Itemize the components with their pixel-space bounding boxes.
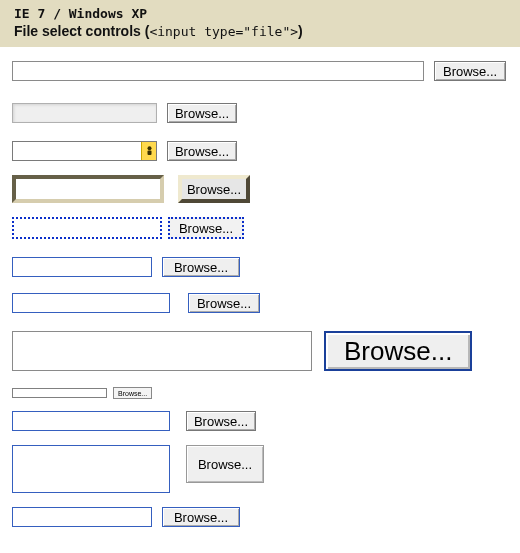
svg-point-0 xyxy=(147,146,151,150)
file-control-beveled: Browse... xyxy=(12,175,508,203)
file-control-tall: Browse... xyxy=(12,445,508,493)
browse-button: Browse... xyxy=(167,103,237,123)
file-path-input[interactable] xyxy=(12,141,157,161)
browse-button[interactable]: Browse... xyxy=(186,445,264,483)
header-panel: IE 7 / Windows XP File select controls (… xyxy=(0,0,520,47)
content-area: Browse... Browse... Browse... Browse... … xyxy=(0,47,520,547)
browse-button[interactable]: Browse... xyxy=(324,331,472,371)
file-control-normal: Browse... xyxy=(12,411,508,431)
file-control-tiny: Browse... xyxy=(12,387,508,399)
title-text-pre: File select controls ( xyxy=(14,23,149,39)
file-path-input[interactable] xyxy=(12,217,162,239)
file-control-dotted: Browse... xyxy=(12,217,508,239)
file-control-offset: Browse... xyxy=(12,293,508,313)
file-control-disabled: Browse... xyxy=(12,103,508,123)
browse-button[interactable]: Browse... xyxy=(162,257,240,277)
browse-button[interactable]: Browse... xyxy=(188,293,260,313)
file-path-input[interactable] xyxy=(12,175,164,203)
file-path-input[interactable] xyxy=(12,388,107,398)
title-text-post: ) xyxy=(298,23,303,39)
title-code: <input type="file"> xyxy=(149,24,298,39)
browse-button[interactable]: Browse... xyxy=(168,217,244,239)
browse-button[interactable]: Browse... xyxy=(178,175,250,203)
file-control-normal-2: Browse... xyxy=(12,507,508,527)
browse-button[interactable]: Browse... xyxy=(186,411,256,431)
file-control-warning: Browse... xyxy=(12,141,508,161)
file-path-input[interactable] xyxy=(12,507,152,527)
page-title-line1: IE 7 / Windows XP xyxy=(14,6,508,21)
file-control-default: Browse... xyxy=(12,61,508,81)
file-path-input xyxy=(12,103,157,123)
browse-button[interactable]: Browse... xyxy=(113,387,152,399)
file-path-input[interactable] xyxy=(12,257,152,277)
file-path-input[interactable] xyxy=(12,411,170,431)
file-control-small: Browse... xyxy=(12,257,508,277)
file-path-input[interactable] xyxy=(12,293,170,313)
svg-rect-1 xyxy=(147,151,151,156)
warning-icon xyxy=(141,142,156,160)
file-path-input[interactable] xyxy=(12,445,170,493)
browse-button[interactable]: Browse... xyxy=(162,507,240,527)
browse-button[interactable]: Browse... xyxy=(434,61,506,81)
file-control-large: Browse... xyxy=(12,331,508,371)
page-title-line2: File select controls (<input type="file"… xyxy=(14,23,508,39)
browse-button[interactable]: Browse... xyxy=(167,141,237,161)
file-path-input[interactable] xyxy=(12,61,424,81)
file-path-input[interactable] xyxy=(12,331,312,371)
